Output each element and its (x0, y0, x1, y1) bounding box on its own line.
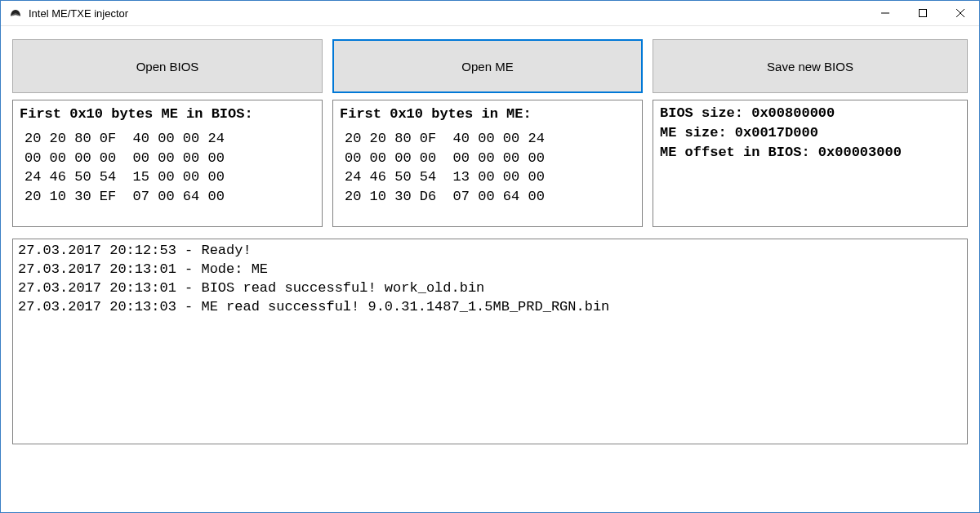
log-panel: 27.03.2017 20:12:53 - Ready! 27.03.2017 … (12, 239, 968, 444)
save-bios-button[interactable]: Save new BIOS (653, 39, 968, 93)
maximize-button[interactable] (904, 1, 942, 26)
info-panel: BIOS size: 0x00800000 ME size: 0x0017D00… (653, 100, 968, 227)
bios-hex-panel: First 0x10 bytes ME in BIOS: 20 20 80 0F… (12, 100, 323, 227)
app-icon (9, 7, 22, 20)
me-hex-body: 20 20 80 0F 40 00 00 24 00 00 00 00 00 0… (340, 129, 635, 207)
titlebar: Intel ME/TXE injector (1, 1, 979, 26)
minimize-button[interactable] (866, 1, 904, 26)
column-me: Open ME First 0x10 bytes in ME: 20 20 80… (332, 39, 643, 227)
svg-rect-1 (920, 10, 927, 17)
info-body: BIOS size: 0x00800000 ME size: 0x0017D00… (660, 104, 960, 162)
close-button[interactable] (942, 1, 979, 26)
window-title: Intel ME/TXE injector (29, 7, 128, 20)
main-window: Intel ME/TXE injector Open BIOS First 0x… (0, 0, 980, 513)
top-row: Open BIOS First 0x10 bytes ME in BIOS: 2… (12, 39, 968, 227)
column-bios: Open BIOS First 0x10 bytes ME in BIOS: 2… (12, 39, 323, 227)
window-controls (866, 1, 979, 26)
open-bios-button[interactable]: Open BIOS (12, 39, 323, 93)
client-area: Open BIOS First 0x10 bytes ME in BIOS: 2… (1, 26, 979, 512)
me-hex-panel: First 0x10 bytes in ME: 20 20 80 0F 40 0… (332, 100, 643, 227)
open-me-button[interactable]: Open ME (332, 39, 643, 93)
column-save: Save new BIOS BIOS size: 0x00800000 ME s… (653, 39, 968, 227)
bios-hex-body: 20 20 80 0F 40 00 00 24 00 00 00 00 00 0… (20, 129, 315, 207)
bios-hex-header: First 0x10 bytes ME in BIOS: (20, 105, 315, 124)
me-hex-header: First 0x10 bytes in ME: (340, 105, 635, 124)
